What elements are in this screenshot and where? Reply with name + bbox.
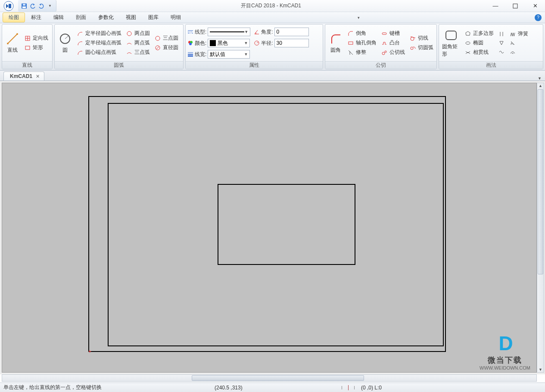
- save-icon[interactable]: [21, 3, 28, 9]
- title-bar: ▼ 开目CAD 2018 - KmCAD1 — ✕: [0, 0, 545, 12]
- gear-icon-c[interactable]: [497, 48, 506, 56]
- two-point-circle[interactable]: 两点圆: [125, 29, 151, 37]
- menu-annotate[interactable]: 标注: [25, 12, 47, 22]
- menu-section[interactable]: 剖面: [70, 12, 92, 22]
- svg-point-24: [189, 43, 192, 45]
- maximize-button[interactable]: [505, 0, 525, 12]
- rectangle-icon: [24, 44, 31, 51]
- color-select[interactable]: 黑色▼: [208, 39, 250, 47]
- svg-point-35: [385, 51, 386, 53]
- svg-point-38: [411, 47, 413, 50]
- panel-line: 直线 定向线 矩形 直线: [2, 24, 53, 69]
- help-icon[interactable]: ?: [535, 14, 542, 21]
- linetype-select[interactable]: ▼: [208, 28, 250, 36]
- two-point-arc[interactable]: 两点弧: [125, 39, 151, 47]
- status-coordinates: (240.5 ,313): [215, 385, 335, 391]
- menu-edit[interactable]: 编辑: [47, 12, 70, 22]
- gear-icon-a[interactable]: [497, 30, 506, 38]
- angle-input[interactable]: [274, 28, 309, 36]
- tangent-line-button[interactable]: 切线: [408, 34, 435, 42]
- redo-icon[interactable]: [38, 3, 45, 9]
- horizontal-scrollbar[interactable]: [2, 374, 537, 382]
- svg-rect-39: [446, 31, 456, 40]
- round-rect-button[interactable]: 圆角矩形: [441, 26, 461, 59]
- drawing-canvas[interactable]: + D 微当下载 WWW.WEIDOWN.COM: [2, 83, 537, 373]
- linewidth-select[interactable]: 默认值▼: [208, 50, 250, 59]
- svg-rect-2: [22, 6, 26, 8]
- tab-overflow-icon[interactable]: ▼: [538, 76, 542, 81]
- inner-rectangle: [218, 184, 355, 265]
- status-ruler: [335, 386, 361, 389]
- close-tab-icon[interactable]: ✕: [36, 74, 40, 79]
- document-tab-label: KmCAD1: [10, 73, 32, 79]
- circle-button[interactable]: 圆: [56, 26, 74, 59]
- close-button[interactable]: ✕: [525, 0, 545, 12]
- radius-input[interactable]: [274, 39, 309, 47]
- menu-detail[interactable]: 明细: [165, 12, 187, 22]
- window-title: 开目CAD 2018 - KmCAD1: [56, 2, 486, 9]
- vertical-scrollbar[interactable]: ▲ ▼: [537, 83, 544, 373]
- svg-point-6: [7, 43, 9, 44]
- boss-button[interactable]: 凸台: [380, 39, 406, 47]
- rectangle-button[interactable]: 矩形: [23, 44, 50, 52]
- arc-center-endpoint[interactable]: 圆心端点画弧: [75, 48, 123, 56]
- arc-radius-endpoint[interactable]: 定半径端点画弧: [75, 39, 123, 47]
- diameter-circle[interactable]: 直径圆: [153, 44, 180, 52]
- misc-icon-2[interactable]: [508, 48, 529, 56]
- minimize-ribbon-icon[interactable]: ▾: [358, 16, 360, 20]
- status-hint: 单击左键，给出直线的第一点，空格键切换: [3, 384, 215, 391]
- menu-library[interactable]: 图库: [142, 12, 165, 22]
- polygon-button[interactable]: 正多边形: [463, 29, 495, 37]
- line-button[interactable]: 直线: [4, 26, 21, 59]
- menu-parametric[interactable]: 参数化: [92, 12, 120, 22]
- three-point-circle[interactable]: 三点圆: [153, 34, 180, 42]
- svg-line-5: [8, 34, 17, 44]
- trim-button[interactable]: 修整: [346, 48, 378, 56]
- origin-marker: +: [88, 348, 91, 355]
- menu-bar: 绘图 标注 编辑 剖面 参数化 视图 图库 明细 ▾ ?: [0, 12, 545, 23]
- directed-line-button[interactable]: 定向线: [23, 34, 50, 42]
- status-bar: 单击左键，给出直线的第一点，空格键切换 (240.5 ,313) (0 ,0) …: [0, 383, 545, 392]
- keyway-button[interactable]: 键槽: [380, 29, 406, 37]
- fillet-button[interactable]: 圆角: [327, 26, 344, 59]
- vscroll-thumb[interactable]: [538, 89, 543, 274]
- qa-dropdown-icon[interactable]: ▼: [47, 3, 53, 9]
- gear-icon-b[interactable]: [497, 39, 506, 47]
- panel-tangent: 圆角 倒角 轴孔倒角 修整 键槽 凸台 公切线 切线 切圆弧 公切: [325, 24, 437, 69]
- intersection-line-button[interactable]: 相贯线: [463, 48, 495, 56]
- panel-arc: 圆 定半径圆心画弧 定半径端点画弧 圆心端点画弧 两点圆 两点弧 三点弧 三点圆…: [54, 24, 184, 69]
- radius-icon: [254, 40, 260, 46]
- angle-icon: [254, 29, 260, 35]
- svg-line-31: [349, 50, 353, 55]
- color-icon: [187, 40, 193, 46]
- tangent-arc-button[interactable]: 切圆弧: [408, 44, 435, 52]
- status-origin: (0 ,0) L:0: [361, 385, 382, 391]
- scroll-up-icon[interactable]: ▲: [537, 83, 544, 88]
- circle-icon: [58, 32, 72, 46]
- shaft-chamfer-button[interactable]: 轴孔倒角: [346, 39, 378, 47]
- three-point-arc[interactable]: 三点弧: [125, 48, 151, 56]
- minimize-button[interactable]: —: [486, 0, 505, 12]
- chamfer-button[interactable]: 倒角: [346, 29, 378, 37]
- misc-icon-1[interactable]: [508, 39, 529, 47]
- arc-radius-center[interactable]: 定半径圆心画弧: [75, 29, 123, 37]
- document-tab-bar: KmCAD1 ✕ ▼: [0, 71, 545, 81]
- svg-rect-33: [382, 33, 386, 34]
- quick-access-toolbar: ▼: [18, 0, 56, 12]
- ellipse-button[interactable]: 椭圆: [463, 39, 495, 47]
- panel-drawing-method: 圆角矩形 正多边形 椭圆 相贯线 弹簧 画法: [439, 24, 543, 69]
- undo-icon[interactable]: [29, 3, 36, 9]
- spring-button[interactable]: 弹簧: [508, 30, 529, 38]
- svg-point-41: [466, 42, 470, 44]
- hscroll-thumb[interactable]: [192, 375, 364, 381]
- common-tangent-button[interactable]: 公切线: [380, 48, 406, 56]
- svg-point-14: [127, 31, 131, 36]
- document-tab[interactable]: KmCAD1 ✕: [3, 72, 44, 81]
- svg-rect-30: [349, 42, 353, 44]
- svg-point-7: [16, 33, 18, 35]
- menu-draw[interactable]: 绘图: [3, 12, 25, 22]
- app-logo: [0, 1, 17, 11]
- menu-view[interactable]: 视图: [120, 12, 142, 22]
- workspace: + D 微当下载 WWW.WEIDOWN.COM ▲ ▼: [0, 81, 545, 374]
- scroll-down-icon[interactable]: ▼: [537, 367, 544, 372]
